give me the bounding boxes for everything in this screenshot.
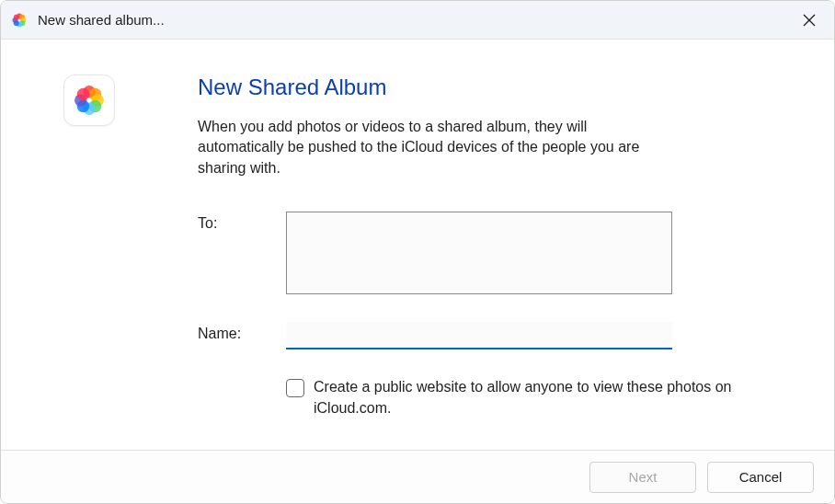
cancel-button[interactable]: Cancel <box>707 462 814 493</box>
dialog-content: New Shared Album When you add photos or … <box>1 40 834 450</box>
close-button[interactable] <box>788 1 830 40</box>
public-website-label: Create a public website to allow anyone … <box>314 377 792 418</box>
to-row: To: <box>198 212 797 294</box>
dialog-footer: Next Cancel <box>1 450 834 503</box>
dialog-window: New shared album... <box>0 0 835 504</box>
svg-point-17 <box>77 88 89 100</box>
page-title: New Shared Album <box>198 74 797 100</box>
name-input[interactable] <box>286 322 672 349</box>
name-label: Name: <box>198 322 286 349</box>
public-website-checkbox[interactable] <box>286 379 304 397</box>
window-title: New shared album... <box>38 12 788 28</box>
next-button[interactable]: Next <box>589 462 696 493</box>
public-website-row: Create a public website to allow anyone … <box>286 377 797 418</box>
titlebar: New shared album... <box>1 1 834 40</box>
svg-point-7 <box>14 14 19 19</box>
page-description: When you add photos or videos to a share… <box>198 117 648 178</box>
photos-app-icon-small <box>8 9 30 31</box>
to-label: To: <box>198 212 286 294</box>
photos-app-icon-large <box>63 74 115 126</box>
to-input[interactable] <box>286 212 672 294</box>
close-icon <box>803 14 816 27</box>
form-area: New Shared Album When you add photos or … <box>198 74 797 431</box>
name-row: Name: <box>198 322 797 349</box>
